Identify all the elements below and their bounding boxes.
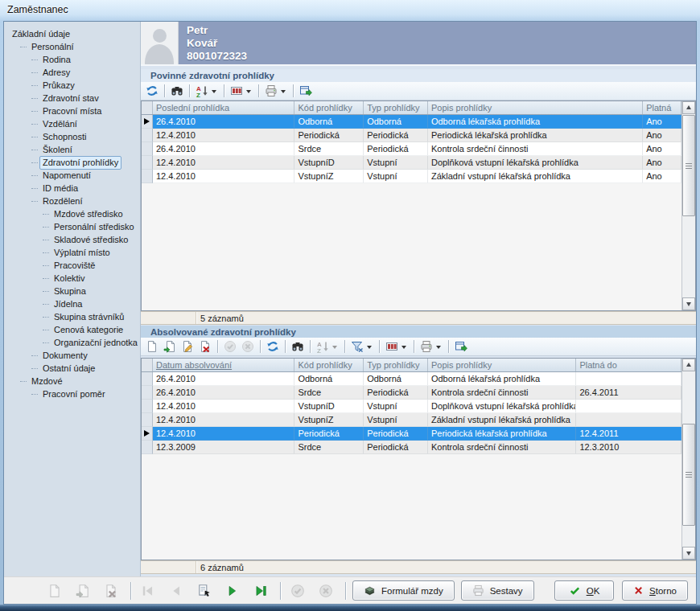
sidebar-item[interactable]: Pracoviště [4, 259, 140, 272]
refresh-button[interactable] [264, 338, 282, 355]
delete-record-button[interactable] [101, 580, 121, 601]
reports-button[interactable]: Sestavy [461, 580, 534, 601]
window-titlebar[interactable]: Zaměstnanec [0, 0, 700, 21]
sidebar-item[interactable]: Pracovní poměr [4, 388, 140, 400]
columns-button[interactable] [228, 83, 255, 99]
insert-record-button[interactable] [72, 580, 93, 601]
search-button[interactable] [168, 83, 186, 99]
sidebar-item-label: Adresy [39, 66, 73, 80]
ok-button[interactable]: OK [554, 580, 614, 601]
table-row[interactable]: 26.4.2010OdbornáOdbornáOdborná lékařská … [142, 372, 681, 386]
print-button[interactable] [418, 338, 445, 355]
sidebar-item[interactable]: Schopnosti [4, 130, 140, 143]
vertical-scrollbar[interactable] [681, 359, 695, 560]
sidebar-item[interactable]: Kolektiv [4, 272, 140, 285]
new-record-icon [47, 584, 62, 598]
confirm-button[interactable] [221, 338, 239, 355]
column-header[interactable]: Datum absolvování [153, 359, 294, 371]
table-row[interactable]: 26.4.2010SrdcePeriodickáKontrola srdeční… [142, 386, 681, 400]
sort-az-button[interactable]: AZ [314, 338, 341, 355]
storno-button[interactable]: Storno [622, 580, 688, 601]
column-header[interactable]: Popis prohlídky [428, 101, 643, 114]
export-button[interactable] [297, 83, 315, 99]
table-row[interactable]: 12.4.2010VstupníZVstupníZákladní vstupní… [142, 170, 681, 183]
payroll-form-button[interactable]: Formulář mzdy [352, 580, 455, 601]
table-row[interactable]: 26.4.2010SrdcePeriodickáKontrola srdeční… [142, 142, 681, 156]
sidebar-item[interactable]: Rozdělení [4, 195, 140, 207]
confirm-button[interactable] [287, 580, 308, 601]
cancel-button[interactable] [239, 338, 257, 355]
column-header[interactable]: Typ prohlídky [364, 359, 428, 371]
edit-record-button[interactable] [179, 338, 196, 355]
table-row[interactable]: 12.4.2010VstupníDVstupníDoplňková vstupn… [142, 156, 681, 170]
new-record-button[interactable] [143, 338, 161, 355]
scroll-down-button[interactable] [682, 547, 695, 560]
sidebar-item[interactable]: Mzdové středisko [4, 207, 140, 220]
column-header[interactable]: Platná do [576, 359, 681, 371]
column-header[interactable]: Kód prohlídky [294, 101, 364, 114]
sidebar-item[interactable]: Zdravotní prohlídky [4, 156, 140, 169]
sidebar-item[interactable]: Jídelna [4, 297, 140, 310]
nav-first-button[interactable] [138, 580, 159, 601]
sidebar-item[interactable]: Cenová kategorie [4, 323, 140, 336]
sidebar-item[interactable]: Skupina strávníků [4, 310, 140, 323]
column-header[interactable]: Typ prohlídky [364, 101, 428, 114]
sort-az-button[interactable]: AZ [193, 83, 220, 99]
row-marker-cell [142, 400, 153, 413]
sidebar-item[interactable]: Výplatní místo [4, 246, 140, 259]
delete-record-button[interactable] [196, 338, 214, 355]
column-header[interactable]: Platná [643, 101, 681, 114]
columns-button[interactable] [383, 338, 410, 355]
sidebar-item[interactable]: Personální [4, 40, 140, 53]
sidebar-item[interactable]: Skupina [4, 285, 140, 297]
table-row[interactable]: 12.3.2009SrdcePeriodickáKontrola srdeční… [142, 441, 681, 454]
scroll-down-button[interactable] [682, 297, 695, 310]
sidebar-item[interactable]: Ostatní údaje [4, 362, 140, 375]
sidebar-item[interactable]: Zdravotní stav [4, 92, 140, 105]
scroll-up-button[interactable] [682, 101, 695, 114]
nav-prev-button[interactable] [166, 580, 187, 601]
nav-next-button[interactable] [222, 580, 243, 601]
print-button[interactable] [262, 83, 290, 99]
table-row[interactable]: 26.4.2010OdbornáOdbornáOdborná lékařská … [142, 115, 681, 129]
sidebar-item[interactable]: Rodina [4, 53, 140, 66]
scrollbar-thumb[interactable] [682, 424, 695, 526]
table-cell: Periodická [364, 427, 428, 441]
filter-button[interactable] [348, 338, 376, 355]
scrollbar-thumb[interactable] [682, 115, 695, 216]
sidebar-item[interactable]: Mzdové [4, 375, 140, 388]
column-header[interactable]: Poslední prohlídka [153, 101, 294, 114]
sidebar-item[interactable]: Pracovní místa [4, 105, 140, 117]
table-row[interactable]: 12.4.2010PeriodickáPeriodickáPeriodická … [142, 427, 681, 441]
sidebar-item[interactable]: Základní údaje [4, 27, 140, 40]
table-row[interactable]: 12.4.2010PeriodickáPeriodickáPeriodická … [142, 129, 681, 142]
sidebar-item[interactable]: Adresy [4, 66, 140, 79]
table-row[interactable]: 12.4.2010VstupníDVstupníDoplňková vstupn… [142, 400, 681, 413]
column-header[interactable]: Kód prohlídky [294, 359, 364, 371]
sidebar-item[interactable]: Školení [4, 143, 140, 156]
column-header[interactable]: Popis prohlídky [428, 359, 576, 371]
insert-record-button[interactable] [161, 338, 179, 355]
sidebar-item[interactable]: Vzdělání [4, 117, 140, 130]
statusbar-cell [141, 561, 196, 573]
vertical-scrollbar[interactable] [681, 101, 695, 310]
sidebar-item-label: Napomenutí [39, 169, 94, 182]
cancel-button[interactable] [315, 580, 336, 601]
sidebar-item[interactable]: Napomenutí [4, 169, 140, 182]
browse-button[interactable] [194, 580, 215, 601]
scroll-up-button[interactable] [682, 359, 695, 371]
sidebar-item[interactable]: Průkazy [4, 79, 140, 92]
table-row[interactable]: 12.4.2010VstupníZVstupníZákladní vstupní… [142, 413, 681, 427]
sidebar-item[interactable]: Skladové středisko [4, 233, 140, 246]
sidebar-item[interactable]: Dokumenty [4, 349, 140, 362]
employee-first-name: Petr [187, 24, 247, 37]
search-button[interactable] [289, 338, 307, 355]
sort-az-icon: AZ [316, 340, 329, 353]
new-record-button[interactable] [44, 580, 65, 601]
export-button[interactable] [452, 338, 470, 355]
nav-last-button[interactable] [250, 580, 271, 601]
sidebar-item[interactable]: ID média [4, 182, 140, 195]
refresh-button[interactable] [143, 83, 161, 99]
sidebar-item[interactable]: Personální středisko [4, 220, 140, 233]
sidebar-item[interactable]: Organizační jednotka [4, 336, 140, 349]
